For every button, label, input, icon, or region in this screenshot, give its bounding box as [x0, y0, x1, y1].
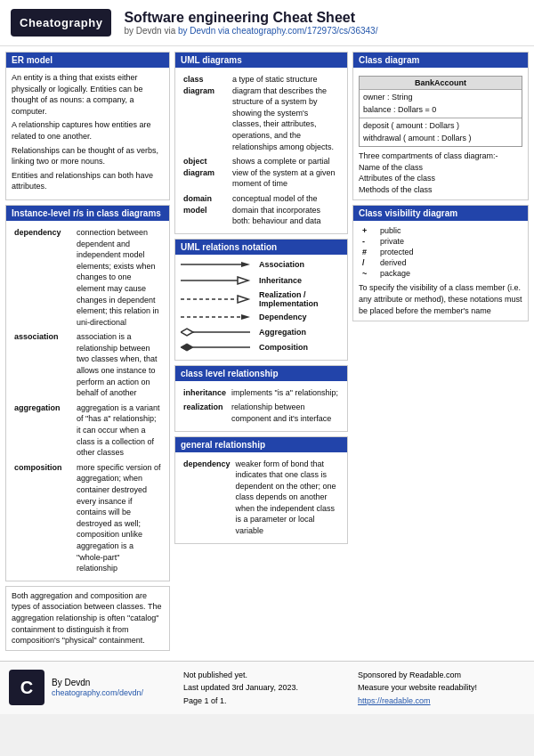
footer-mid: Not published yet. Last updated 3rd Janu…	[183, 669, 351, 707]
uml-diagrams-section: UML diagrams class diagram a type of sta…	[174, 52, 348, 234]
sponsor-desc: Measure your website readability!	[358, 681, 525, 694]
header-text: Software engineering Cheat Sheet by Devd…	[124, 10, 377, 36]
term-gen-dependency: dependency	[181, 457, 233, 539]
term-aggregation: aggregation	[12, 401, 74, 460]
class-visibility-section: Class visibility diagram + public - priv…	[352, 205, 529, 321]
table-row: aggregation aggregation is a variant of …	[12, 401, 164, 460]
uml-diagrams-body: class diagram a type of static structure…	[175, 68, 347, 233]
footer-updated: Last updated 3rd January, 2023.	[183, 681, 351, 694]
dependency-label: Dependency	[259, 313, 307, 321]
def-composition: more specific version of aggregation; wh…	[74, 460, 164, 576]
def-realization: relationship between component and it's …	[229, 400, 342, 426]
footer-author-link[interactable]: cheatography.com/devdn/	[52, 688, 143, 697]
general-relationship-body: dependency weaker form of bond that indi…	[175, 452, 347, 543]
page-title: Software engineering Cheat Sheet	[124, 10, 377, 26]
symbol-tilde: ~	[359, 268, 376, 279]
aggregation-label: Aggregation	[259, 328, 306, 337]
realization-line	[181, 292, 252, 306]
term-association: association	[12, 329, 74, 401]
subtitle-link[interactable]: by Devdn via cheatography.com/172973/cs/…	[178, 26, 377, 36]
term-composition: composition	[12, 460, 74, 576]
footer-logo: C	[9, 670, 44, 705]
symbol-minus: -	[359, 236, 376, 247]
table-row: / derived	[359, 257, 522, 268]
col-left: ER model An entity is a thing that exist…	[5, 52, 170, 655]
subtitle: by Devdn via by Devdn via cheatography.c…	[124, 26, 377, 36]
sponsor-text: Sponsored by Readable.com	[358, 669, 525, 681]
table-row: - private	[359, 236, 522, 247]
general-table: dependency weaker form of bond that indi…	[181, 457, 342, 539]
logo: Cheatography	[11, 9, 111, 37]
method-1: deposit ( amount : Dollars )	[363, 120, 518, 133]
table-row: association association is a relationshi…	[12, 329, 164, 401]
term-inheritance: inheritance	[181, 386, 229, 401]
er-model-section: ER model An entity is a thing that exist…	[5, 52, 170, 200]
inheritance-label: Inheritance	[259, 276, 302, 285]
class-note-2: Name of the class	[359, 162, 522, 174]
def-association: association is a relationship between tw…	[74, 329, 164, 401]
uml-table: class diagram a type of static structure…	[181, 72, 342, 229]
uml-notation-heading: UML relations notation	[175, 240, 347, 255]
label-package: package	[376, 268, 522, 279]
er-model-body: An entity is a thing that exists either …	[6, 68, 169, 199]
visibility-table: + public - private # protected /	[359, 225, 522, 279]
table-row: dependency weaker form of bond that indi…	[181, 457, 342, 539]
term-class-diagram: class diagram	[181, 72, 230, 154]
attr-1: owner : String	[363, 92, 518, 104]
table-row: object diagram shows a complete or parti…	[181, 154, 342, 191]
table-row: class diagram a type of static structure…	[181, 72, 342, 154]
er-line-2: A relationship captures how entities are…	[12, 119, 164, 142]
label-derived: derived	[376, 257, 522, 268]
main-content: ER model An entity is a thing that exist…	[0, 46, 534, 661]
footer-page: Page 1 of 1.	[183, 695, 351, 707]
general-relationship-section: general relationship dependency weaker f…	[174, 436, 348, 544]
subtitle-by: by Devdn via	[124, 26, 178, 36]
class-diagram-box: BankAccount owner : String balance : Dol…	[359, 76, 522, 147]
label-private: private	[376, 236, 522, 247]
er-line-1: An entity is a thing that exists either …	[12, 72, 164, 117]
symbol-slash: /	[359, 257, 376, 268]
table-row: dependency connection between dependent …	[12, 225, 164, 329]
table-row: # protected	[359, 247, 522, 257]
class-visibility-heading: Class visibility diagram	[353, 206, 528, 221]
inheritance-line	[181, 273, 252, 288]
class-level-section: class level relationship inheritance imp…	[174, 365, 348, 432]
uml-notation-section: UML relations notation Association	[174, 239, 348, 361]
term-domain-model: domain model	[181, 191, 230, 229]
page: Cheatography Software engineering Cheat …	[0, 0, 534, 714]
notation-composition: Composition	[181, 341, 342, 354]
realization-label: Realization / Implementation	[259, 290, 342, 308]
composition-label: Composition	[259, 343, 308, 352]
svg-marker-1	[241, 262, 250, 267]
sponsor-link[interactable]: https://readable.com	[358, 696, 431, 705]
footer-status: Not published yet.	[183, 669, 351, 681]
instance-level-section: Instance-level r/s in class diagrams dep…	[5, 205, 170, 581]
symbol-hash: #	[359, 247, 376, 257]
table-row: inheritance implements "is a" relationsh…	[181, 386, 342, 401]
class-diagram-section: Class diagram BankAccount owner : String…	[352, 52, 529, 200]
notation-inheritance: Inheritance	[181, 273, 342, 288]
attr-2: balance : Dollars = 0	[363, 104, 518, 117]
def-domain-model: conceptual model of the domain that inco…	[230, 191, 342, 229]
class-level-heading: class level relationship	[175, 366, 347, 381]
notation-association: Association	[181, 258, 342, 271]
association-label: Association	[259, 260, 304, 269]
class-note-3: Attributes of the class	[359, 173, 522, 184]
class-level-table: inheritance implements "is a" relationsh…	[181, 386, 342, 427]
instance-level-heading: Instance-level r/s in class diagrams	[6, 206, 169, 221]
class-attributes: owner : String balance : Dollars = 0	[360, 89, 522, 118]
dependency-line	[181, 311, 252, 323]
def-object-diagram: shows a complete or partial view of the …	[230, 154, 342, 191]
term-dependency: dependency	[12, 225, 74, 329]
notation-aggregation: Aggregation	[181, 326, 342, 338]
instance-table: dependency connection between dependent …	[12, 225, 164, 576]
table-row: composition more specific version of agg…	[12, 460, 164, 576]
table-row: ~ package	[359, 268, 522, 279]
class-note-1: Three compartments of class diagram:-	[359, 150, 522, 162]
aggregation-line	[181, 326, 252, 338]
class-note-4: Methods of the class	[359, 184, 522, 196]
general-relationship-heading: general relationship	[175, 437, 347, 452]
col-mid: UML diagrams class diagram a type of sta…	[174, 52, 348, 549]
svg-marker-9	[181, 329, 193, 336]
uml-notation-body: Association Inheritance	[175, 255, 347, 360]
